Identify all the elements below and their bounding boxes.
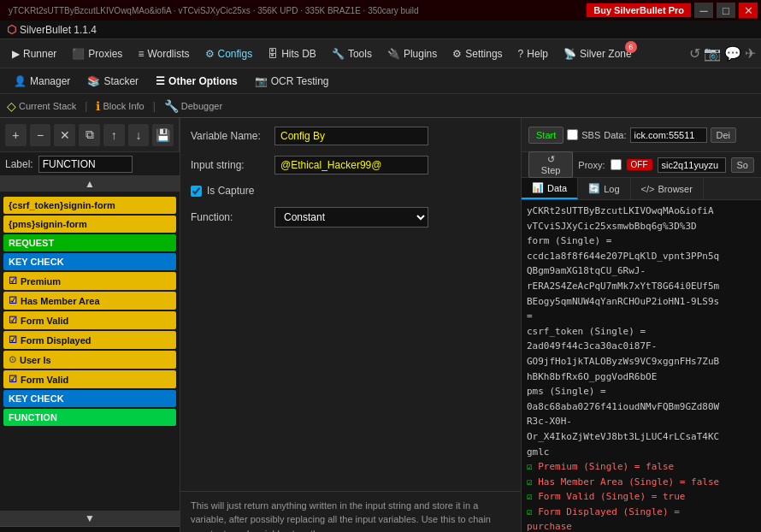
sidebar-item-tools[interactable]: 🔧 Tools: [325, 44, 379, 63]
input-string-input[interactable]: [274, 156, 428, 174]
stack-item-request[interactable]: REQUEST: [3, 234, 176, 251]
input-string-row: Input string:: [191, 156, 510, 174]
is-capture-checkbox[interactable]: [191, 186, 202, 197]
log-line: yCKRt2sUTTByBzcutLKIVOwqMAo&iofiA: [527, 204, 756, 219]
start-button[interactable]: Start: [528, 127, 563, 144]
move-up-button[interactable]: ↑: [103, 124, 125, 146]
stack-item-memberarea[interactable]: ☑ Has Member Area: [3, 292, 176, 310]
sidebar-item-help[interactable]: ? Help: [511, 44, 555, 63]
tools-icon: 🔧: [332, 48, 345, 60]
close-button[interactable]: ✕: [739, 3, 758, 18]
main-content: + − ✕ ⧉ ↑ ↓ 💾 Label: ▲ {csrf_token}signi…: [0, 118, 761, 532]
stack-item-formvalid2[interactable]: ☑ Form Valid: [3, 370, 176, 388]
proxies-icon: ⬛: [72, 48, 85, 60]
dei-button[interactable]: Dei: [711, 127, 737, 143]
proxy-label: Proxy:: [578, 160, 605, 170]
app-title: SilverBullet 1.1.4: [20, 24, 97, 36]
sidebar-item-proxies[interactable]: ⬛ Proxies: [65, 44, 129, 63]
scroll-down-button[interactable]: ▼: [0, 511, 180, 526]
submenu-manager[interactable]: 👤 Manager: [7, 73, 77, 90]
stack-item-formvalid1[interactable]: ☑ Form Valid: [3, 311, 176, 329]
proxy-value-input[interactable]: [658, 157, 726, 173]
stack-item-keycheck2[interactable]: KEY CHECK: [3, 390, 176, 407]
log-line: gmlc: [527, 445, 756, 460]
tab-browser[interactable]: </> Browser: [631, 178, 704, 199]
stack-item-function[interactable]: FUNCTION: [3, 409, 176, 426]
stack-item-csrf[interactable]: {csrf_token}signin-form: [3, 197, 176, 214]
data-label: Data:: [604, 130, 626, 140]
configs-icon: ⚙: [205, 48, 215, 60]
sidebar-item-wordlists[interactable]: ≡ Wordlists: [131, 44, 196, 63]
remove-block-button[interactable]: −: [30, 124, 51, 146]
close-block-button[interactable]: ✕: [54, 124, 75, 146]
icon-discord[interactable]: 💬: [724, 45, 741, 62]
stack-item-formdisplayed[interactable]: ☑ Form Displayed: [3, 331, 176, 349]
proxy-toggle-label[interactable]: [611, 159, 622, 170]
function-description: This will just return anything written i…: [180, 491, 521, 533]
log-line: 0a8c68aba0276f41ioudNMvFQBm9GZd80W: [527, 399, 756, 415]
tab-block-info[interactable]: ℹ Block Info: [96, 99, 144, 113]
log-line: R3c-X0H-: [527, 414, 756, 429]
log-line: rERA2S4ZeAcPqU7mMk7xYtT8G64i0EUf5m: [527, 279, 756, 294]
variable-name-label: Variable Name:: [191, 130, 268, 142]
submenu-ocrtesting[interactable]: 📷 OCR Testing: [248, 73, 336, 90]
tab-debugger[interactable]: 🔧 Debugger: [164, 99, 222, 113]
scroll-up-button[interactable]: ▲: [0, 176, 180, 192]
sidebar-item-plugins[interactable]: 🔌 Plugins: [380, 44, 444, 63]
maximize-button[interactable]: □: [717, 3, 735, 18]
sidebar-item-silverzone[interactable]: 📡 Silver Zone 6: [557, 44, 639, 63]
silverzone-badge: 6: [625, 41, 637, 53]
formdisplayed-label: Form Displayed: [21, 335, 91, 346]
function-select[interactable]: Constant: [274, 207, 428, 228]
sidebar-item-hitsdb[interactable]: 🗄 Hits DB: [261, 44, 323, 63]
stack-item-keycheck1[interactable]: KEY CHECK: [3, 253, 176, 270]
sidebar-item-configs[interactable]: ⚙ Configs: [198, 44, 260, 63]
icon-telegram[interactable]: ✈: [745, 45, 756, 62]
sbs-label[interactable]: SBS: [567, 129, 600, 140]
sbs-checkbox[interactable]: [567, 129, 578, 140]
minimize-button[interactable]: ─: [694, 3, 713, 18]
label-input[interactable]: [38, 156, 133, 173]
tab-log[interactable]: 🔄 Log: [578, 178, 630, 199]
wordlists-icon: ≡: [138, 48, 144, 60]
so-button[interactable]: So: [731, 157, 754, 173]
add-block-button[interactable]: +: [5, 124, 27, 146]
formvalid2-label: Form Valid: [21, 375, 68, 385]
check-icon-premium: ☑: [9, 275, 17, 287]
sidebar-item-runner[interactable]: ▶ Runner: [5, 44, 63, 63]
debugger-row2: ↺ Step Proxy: OFF So: [522, 152, 761, 178]
help-icon: ?: [518, 48, 524, 60]
switch-to-loliscript-button[interactable]: </> SWITCH TO LOLISCRIPT: [0, 526, 180, 532]
data-input[interactable]: [630, 127, 707, 143]
runner-icon: ▶: [12, 48, 20, 60]
stack-item-useris[interactable]: ⊙ User Is: [3, 351, 176, 369]
manager-icon: 👤: [14, 75, 27, 87]
browser-tab-icon: </>: [641, 184, 655, 194]
step-button[interactable]: ↺ Step: [528, 151, 573, 178]
icon-camera[interactable]: 📷: [704, 45, 721, 62]
pms-label: {pms}signin-form: [9, 219, 87, 229]
log-line: 2ad049f44c3ca30ac0i87F-: [527, 339, 756, 354]
is-capture-row: Is Capture: [191, 185, 510, 197]
move-down-button[interactable]: ↓: [128, 124, 150, 146]
save-button[interactable]: 💾: [152, 124, 174, 146]
variable-name-input[interactable]: [274, 127, 428, 145]
submenu-bar: 👤 Manager 📚 Stacker ☰ Other Options 📷 OC…: [0, 68, 761, 94]
left-panel: + − ✕ ⧉ ↑ ↓ 💾 Label: ▲ {csrf_token}signi…: [0, 118, 180, 532]
tab-data[interactable]: 📊 Data: [522, 178, 578, 199]
tab-current-stack[interactable]: ◇ Current Stack: [7, 99, 76, 113]
copy-block-button[interactable]: ⧉: [79, 124, 100, 146]
proxy-checkbox[interactable]: [611, 159, 622, 170]
submenu-stacker[interactable]: 📚 Stacker: [80, 73, 145, 90]
check-icon-formdisplayed: ☑: [9, 334, 17, 346]
debugger-content: yCKRt2sUTTByBzcutLKIVOwqMAo&iofiA vTCviS…: [522, 200, 761, 532]
blockinfo-icon: ℹ: [96, 99, 100, 113]
buy-silverbullet-pro-button[interactable]: Buy SilverBullet Pro: [587, 3, 691, 17]
stack-item-pms[interactable]: {pms}signin-form: [3, 216, 176, 233]
stack-item-premium[interactable]: ☑ Premium: [3, 272, 176, 290]
submenu-otheroptions[interactable]: ☰ Other Options: [149, 73, 245, 90]
sidebar-item-settings[interactable]: ⚙ Settings: [445, 44, 509, 63]
csrf-label: {csrf_token}signin-form: [9, 200, 115, 210]
stack-list: {csrf_token}signin-form {pms}signin-form…: [0, 192, 180, 511]
icon-refresh[interactable]: ↺: [689, 45, 700, 62]
